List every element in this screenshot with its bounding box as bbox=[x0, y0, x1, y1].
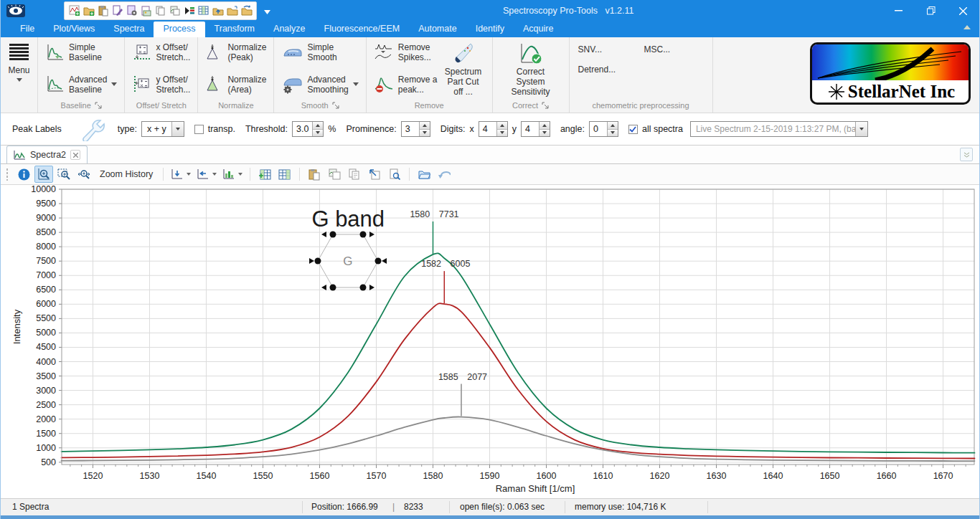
ribbon-collapse-icon[interactable] bbox=[963, 25, 971, 29]
type-select[interactable]: x + y bbox=[141, 121, 184, 137]
spectrum-chart[interactable]: 5001000150020002500300035004000450050005… bbox=[1, 185, 980, 498]
threshold-input[interactable]: 3.0 bbox=[292, 121, 324, 137]
menu-tab-process[interactable]: Process bbox=[154, 22, 204, 37]
msc-button[interactable]: MSC... bbox=[644, 44, 671, 54]
all-spectra-checkbox[interactable] bbox=[628, 125, 638, 134]
hexagon-label[interactable]: G bbox=[343, 254, 352, 268]
dialog-launcher-icon[interactable] bbox=[542, 102, 549, 109]
spin-up-icon[interactable] bbox=[540, 122, 550, 129]
qat-more-button[interactable] bbox=[264, 4, 270, 17]
spin-up-icon[interactable] bbox=[313, 122, 323, 129]
simple-baseline-button[interactable]: Simple Baseline bbox=[43, 42, 119, 63]
spectrum-select[interactable]: Live Spectrum 2-15-2019 1:13:27 PM, (bas… bbox=[690, 121, 868, 137]
toolbar-drag-handle[interactable] bbox=[6, 168, 9, 181]
x-offset-stretch-button[interactable]: x Offset/ Stretch... bbox=[130, 42, 192, 63]
tab-spectra2[interactable]: Spectra2 bbox=[6, 146, 88, 163]
copy-image-button[interactable] bbox=[325, 166, 344, 183]
minimize-button[interactable] bbox=[882, 0, 915, 22]
chart-columns-button[interactable] bbox=[220, 166, 245, 183]
shape-handle[interactable] bbox=[329, 284, 336, 290]
angle-input[interactable]: 0 bbox=[589, 121, 618, 137]
correct-system-sensitivity-button[interactable]: Correct System Sensitivity bbox=[498, 39, 564, 100]
export-chart-down-button[interactable] bbox=[169, 166, 193, 183]
gband-annotation[interactable]: G band bbox=[311, 206, 385, 232]
zoom-plot-button[interactable] bbox=[34, 166, 53, 183]
close-button[interactable] bbox=[947, 0, 979, 22]
menu-tab-identify[interactable]: Identify bbox=[466, 22, 514, 37]
folder-save-icon[interactable] bbox=[226, 5, 238, 17]
detrend-button[interactable]: Detrend... bbox=[578, 65, 644, 75]
simple-smooth-button[interactable]: Simple Smooth bbox=[279, 42, 360, 63]
chevron-down-icon[interactable] bbox=[111, 82, 117, 86]
remove-spikes-button[interactable]: Remove Spikes... bbox=[372, 42, 440, 63]
advanced-baseline-button[interactable]: Advanced Baseline bbox=[43, 74, 119, 95]
doc-gear-icon[interactable] bbox=[126, 5, 138, 17]
spectrum-gray-curve[interactable] bbox=[62, 416, 975, 461]
shape-handle[interactable] bbox=[314, 257, 321, 264]
menu-tab-fluorescence[interactable]: Fluorescence/EEM bbox=[315, 22, 410, 37]
spectrum-red-peak-label[interactable]: 1582 6005 bbox=[421, 259, 470, 269]
remove-peak-button[interactable]: Remove a peak... bbox=[372, 74, 440, 95]
spectrum-green-curve[interactable] bbox=[62, 253, 975, 452]
shape-handle[interactable] bbox=[329, 231, 336, 237]
menu-tab-analyze[interactable]: Analyze bbox=[264, 22, 314, 37]
table-button[interactable] bbox=[275, 166, 294, 183]
advanced-smoothing-button[interactable]: Advanced Smoothing bbox=[279, 74, 360, 95]
spectrum-part-cut-off-button[interactable]: Spectrum Part Cut off ... bbox=[440, 39, 487, 100]
doc-image-icon[interactable] bbox=[140, 5, 152, 17]
prominence-input[interactable]: 3 bbox=[401, 121, 430, 137]
dialog-launcher-icon[interactable] bbox=[332, 102, 339, 109]
folder-button[interactable] bbox=[415, 166, 433, 183]
menu-tab-transform[interactable]: Transform bbox=[205, 22, 265, 37]
send-to-button[interactable] bbox=[365, 166, 384, 183]
preview-button[interactable] bbox=[385, 166, 404, 183]
paste-icon[interactable] bbox=[97, 5, 109, 17]
folder-refresh-icon[interactable] bbox=[240, 5, 253, 17]
zoom-drag-button[interactable] bbox=[75, 166, 93, 183]
spectrum-gray-peak-label[interactable]: 1585 2077 bbox=[438, 372, 487, 382]
undo-button[interactable] bbox=[435, 166, 453, 183]
menu-tab-file[interactable]: File bbox=[11, 22, 44, 37]
spectrum-red-curve[interactable] bbox=[62, 303, 975, 458]
restore-button[interactable] bbox=[915, 0, 947, 22]
table-add-button[interactable] bbox=[255, 166, 274, 183]
chart-add-icon[interactable] bbox=[68, 5, 80, 17]
tab-overflow-button[interactable] bbox=[960, 148, 973, 161]
spin-down-icon[interactable] bbox=[497, 129, 507, 137]
menu-tab-spectra[interactable]: Spectra bbox=[104, 22, 154, 37]
spin-down-icon[interactable] bbox=[420, 129, 430, 137]
menu-tab-acquire[interactable]: Acquire bbox=[514, 22, 562, 37]
picture-copy-icon[interactable] bbox=[169, 5, 181, 17]
spin-up-icon[interactable] bbox=[420, 122, 430, 129]
snv-button[interactable]: SNV... bbox=[578, 44, 644, 54]
y-offset-stretch-button[interactable]: y Offset/ Stretch... bbox=[130, 74, 192, 95]
zoom-rect-button[interactable] bbox=[55, 166, 73, 183]
chevron-down-icon[interactable] bbox=[353, 82, 359, 86]
spin-down-icon[interactable] bbox=[608, 129, 618, 137]
spin-up-icon[interactable] bbox=[497, 122, 507, 129]
shape-handle[interactable] bbox=[359, 231, 366, 237]
spectrum-green-peak-label[interactable]: 1580 7731 bbox=[410, 209, 458, 219]
tab-close-button[interactable] bbox=[70, 150, 80, 160]
spectrum-chart-area[interactable]: 5001000150020002500300035004000450050005… bbox=[1, 185, 979, 498]
normalize-peak-button[interactable]: Normalize (Peak) bbox=[203, 42, 268, 63]
transp-checkbox[interactable] bbox=[194, 125, 204, 134]
table-grid-icon[interactable] bbox=[197, 5, 209, 17]
digits-x-input[interactable]: 4 bbox=[479, 121, 508, 137]
shape-handle[interactable] bbox=[374, 257, 381, 264]
spin-up-icon[interactable] bbox=[608, 122, 618, 129]
paste-button[interactable] bbox=[305, 166, 324, 183]
menu-tab-automate[interactable]: Automate bbox=[409, 22, 466, 37]
copy-button[interactable] bbox=[345, 166, 364, 183]
folder-up-icon[interactable] bbox=[212, 5, 224, 17]
doc-edit-icon[interactable] bbox=[111, 5, 123, 17]
normalize-area-button[interactable]: Normalize (Area) bbox=[203, 74, 268, 95]
spin-down-icon[interactable] bbox=[540, 129, 550, 137]
menu-tab-plot-views[interactable]: Plot/Views bbox=[44, 22, 104, 37]
copy-pages-icon[interactable] bbox=[154, 5, 166, 17]
export-chart-left-button[interactable] bbox=[194, 166, 219, 183]
info-button[interactable] bbox=[14, 166, 33, 183]
spin-down-icon[interactable] bbox=[313, 129, 323, 137]
shape-handle[interactable] bbox=[359, 284, 366, 290]
menu-button[interactable]: Menu bbox=[1, 37, 38, 113]
